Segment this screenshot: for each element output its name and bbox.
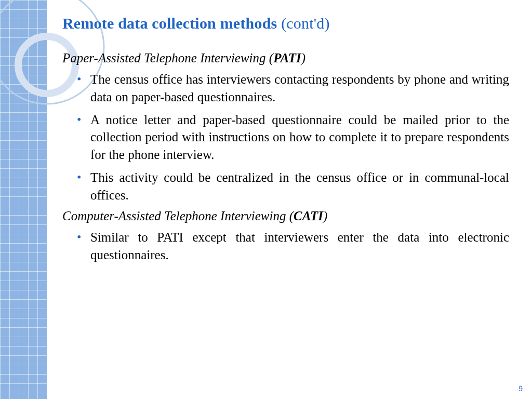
title-contd: (cont'd) xyxy=(281,15,330,32)
section1-bullets: The census office has interviewers conta… xyxy=(77,71,509,204)
section1-acronym: PATI xyxy=(273,51,301,65)
section1-pre: Paper-Assisted Telephone Interviewing ( xyxy=(62,51,273,65)
page-number: 9 xyxy=(518,384,523,393)
bullet-item: This activity could be centralized in th… xyxy=(77,169,509,204)
section2-bullets: Similar to PATI except that interviewers… xyxy=(77,229,509,264)
slide-title: Remote data collection methods (cont'd) xyxy=(62,15,511,32)
grid-pattern xyxy=(0,0,47,399)
title-main: Remote data collection methods xyxy=(62,15,281,32)
slide-content: Remote data collection methods (cont'd) … xyxy=(62,15,511,269)
bullet-item: A notice letter and paper-based question… xyxy=(77,111,509,164)
section1-post: ) xyxy=(301,51,305,65)
section2-acronym: CATI xyxy=(294,209,323,223)
section2-heading: Computer-Assisted Telephone Interviewing… xyxy=(62,209,511,223)
section2-post: ) xyxy=(323,209,327,223)
bullet-item: Similar to PATI except that interviewers… xyxy=(77,229,509,264)
sidebar-decoration xyxy=(0,0,47,399)
bullet-item: The census office has interviewers conta… xyxy=(77,71,509,106)
section1-heading: Paper-Assisted Telephone Interviewing (P… xyxy=(62,51,511,65)
section2-pre: Computer-Assisted Telephone Interviewing… xyxy=(62,209,294,223)
